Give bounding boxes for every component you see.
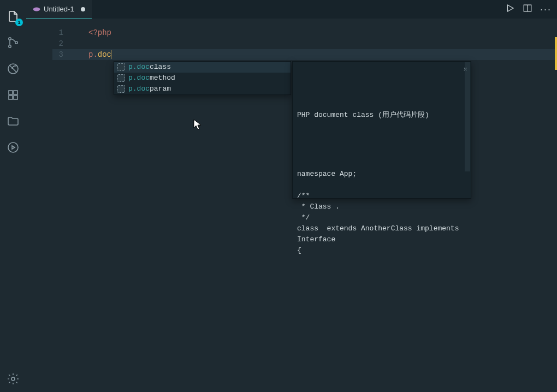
more-actions-icon[interactable]: ··· <box>540 4 552 15</box>
dirty-indicator-icon <box>81 7 85 11</box>
text-cursor <box>111 50 111 59</box>
code-token: doc <box>98 50 111 59</box>
suggest-detail-panel: × PHP document class (用户代码片段) namespace … <box>292 61 471 199</box>
app-root: 1 Untitled-1 <box>0 0 557 392</box>
suggest-rest: method <box>150 74 175 82</box>
suggest-item[interactable]: p.docparam <box>114 84 291 94</box>
snippet-icon <box>117 85 125 93</box>
mouse-pointer-icon <box>193 119 202 133</box>
suggest-match: p.doc <box>128 74 150 82</box>
detail-body: namespace App; /** * Class . */ class ex… <box>297 169 465 256</box>
line-number: 2 <box>26 38 63 49</box>
debug-disabled-icon[interactable] <box>0 56 26 82</box>
suggest-match: p.doc <box>128 85 150 93</box>
code-token: p. <box>88 50 98 59</box>
circle-play-icon[interactable] <box>0 134 26 161</box>
suggest-rest: class <box>150 63 171 71</box>
code-content: <?php p.doc <box>88 27 557 60</box>
activity-bar: 1 <box>0 0 26 392</box>
line-number: 1 <box>26 27 63 38</box>
snippet-icon <box>117 74 125 82</box>
main-column: Untitled-1 ··· 1 2 3 <?p <box>26 0 557 392</box>
explorer-icon[interactable]: 1 <box>0 3 26 29</box>
snippet-icon <box>117 63 125 71</box>
svg-point-10 <box>33 7 40 11</box>
split-editor-icon[interactable] <box>523 3 532 15</box>
svg-rect-6 <box>14 96 17 99</box>
run-icon[interactable] <box>505 3 515 15</box>
code-token: <?php <box>88 28 111 37</box>
detail-title: PHP document class (用户代码片段) <box>297 110 465 121</box>
svg-rect-5 <box>9 96 13 99</box>
suggest-item[interactable]: p.docclass <box>114 62 291 73</box>
editor-tab[interactable]: Untitled-1 <box>26 0 92 19</box>
editor-area[interactable]: 1 2 3 <?php p.doc p.docclass p.docmethod <box>26 19 557 392</box>
line-gutter: 1 2 3 <box>26 27 75 60</box>
explorer-badge: 1 <box>15 19 23 26</box>
editor-actions: ··· <box>500 0 557 19</box>
php-file-icon <box>33 5 40 13</box>
tab-bar: Untitled-1 ··· <box>26 0 557 19</box>
svg-point-8 <box>8 142 18 152</box>
suggest-match: p.doc <box>128 63 150 71</box>
svg-point-0 <box>9 38 11 40</box>
suggest-rest: param <box>150 85 171 93</box>
svg-point-2 <box>15 41 17 44</box>
detail-scrollbar[interactable] <box>465 62 470 171</box>
suggest-widget: p.docclass p.docmethod p.docparam <box>114 61 291 95</box>
source-control-icon[interactable] <box>0 29 26 56</box>
svg-rect-4 <box>9 91 13 94</box>
suggest-item[interactable]: p.docmethod <box>114 73 291 84</box>
tab-title: Untitled-1 <box>44 5 74 13</box>
svg-point-9 <box>11 377 15 381</box>
extensions-icon[interactable] <box>0 82 26 108</box>
settings-gear-icon[interactable] <box>0 366 26 392</box>
svg-point-1 <box>9 45 11 47</box>
svg-rect-7 <box>14 91 17 94</box>
overview-ruler-marker <box>555 37 557 70</box>
line-number: 3 <box>26 49 63 60</box>
folder-icon[interactable] <box>0 108 26 134</box>
